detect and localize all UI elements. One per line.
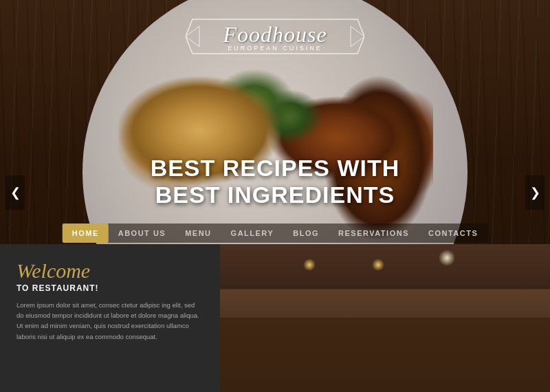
food-image — [117, 34, 433, 241]
hero-title: BEST RECIPES WITH BEST INGREDIENTS — [103, 155, 447, 208]
next-arrow[interactable]: ❯ — [525, 175, 544, 210]
prev-arrow[interactable]: ❮ — [6, 175, 25, 210]
nav-menu[interactable]: MENU — [175, 224, 221, 243]
nav-about[interactable]: ABOUT US — [109, 224, 175, 243]
logo-area: Foodhouse EUROPEAN CUISINE — [186, 12, 364, 61]
interior-image — [220, 244, 550, 392]
left-chevron-icon: ❮ — [10, 185, 21, 200]
bottom-section: Welcome TO RESTAURANT! Lorem ipsum dolor… — [0, 244, 550, 392]
restaurant-photo — [220, 244, 550, 392]
nav-contacts[interactable]: CONTACTS — [419, 224, 487, 243]
hero-line2: BEST INGREDIENTS — [103, 182, 447, 208]
nav-gallery[interactable]: GALLERY — [221, 224, 284, 243]
nav-home[interactable]: HOME — [63, 224, 109, 243]
logo-banner: Foodhouse EUROPEAN CUISINE — [186, 12, 364, 61]
nav-reservations[interactable]: RESERVATIONS — [329, 224, 419, 243]
hero-section: BEST RECIPES WITH BEST INGREDIENTS — [103, 155, 447, 208]
right-chevron-icon: ❯ — [530, 185, 540, 200]
welcome-heading: Welcome — [16, 259, 204, 282]
nav-blog[interactable]: BLOG — [283, 224, 329, 243]
hero-line1: BEST RECIPES WITH — [103, 155, 447, 182]
welcome-panel: Welcome TO RESTAURANT! Lorem ipsum dolor… — [0, 244, 220, 392]
logo-subtitle: EUROPEAN CUISINE — [228, 45, 322, 52]
welcome-body: Lorem ipsum dolor sit amet, consec ctetu… — [16, 300, 204, 342]
svg-marker-2 — [351, 26, 364, 47]
navigation: HOME ABOUT US MENU GALLERY BLOG RESERVAT… — [63, 224, 488, 243]
svg-marker-1 — [186, 26, 199, 47]
welcome-subtitle: TO RESTAURANT! — [16, 283, 204, 293]
logo-name: Foodhouse — [223, 22, 327, 47]
